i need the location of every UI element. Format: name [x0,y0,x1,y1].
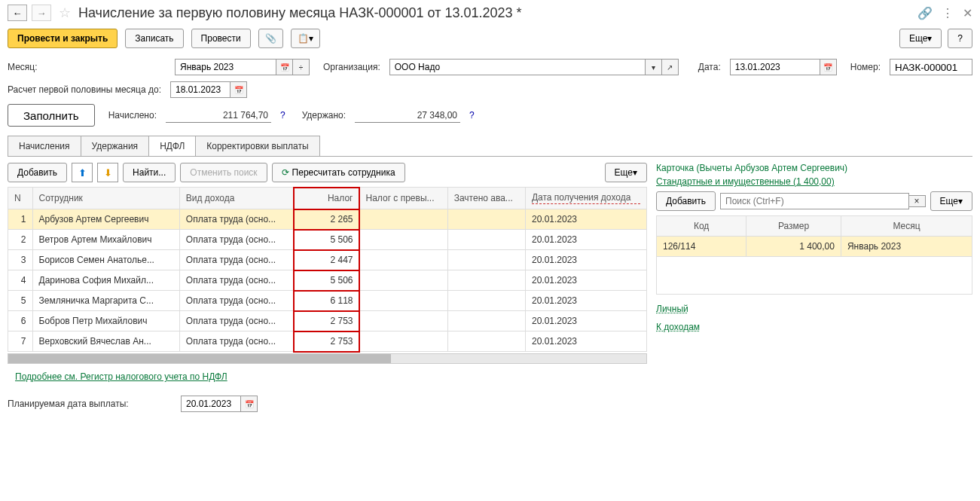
help-button[interactable]: ? [948,29,972,48]
personal-link[interactable]: Личный [656,304,688,314]
favorite-star-icon[interactable]: ☆ [59,5,71,21]
tab-corrections[interactable]: Корректировки выплаты [195,136,319,156]
date-input[interactable] [730,59,820,75]
add-row-button[interactable]: Добавить [8,163,67,182]
right-search-input[interactable] [720,193,909,209]
withheld-help-icon[interactable]: ? [469,110,475,121]
col-size[interactable]: Размер [746,216,841,237]
post-button[interactable]: Провести [191,29,251,48]
calc-until-label: Расчет первой половины месяца до: [8,84,161,95]
org-dropdown-icon[interactable]: ▾ [646,59,662,75]
post-and-close-button[interactable]: Провести и закрыть [8,29,118,48]
planned-date-input[interactable] [181,396,241,412]
kebab-menu-icon[interactable]: ⋮ [942,6,954,20]
table-row[interactable]: 6Бобров Петр МихайловичОплата труда (осн… [8,311,647,331]
col-month[interactable]: Месяц [841,216,972,237]
col-income-type[interactable]: Вид дохода [179,188,294,209]
table-row[interactable]: 3Борисов Семен Анатолье...Оплата труда (… [8,250,647,270]
deductions-table: Код Размер Месяц 126/114 1 400,00 Январь… [656,215,972,295]
org-label: Организация: [323,62,380,72]
report-button[interactable]: 📋▾ [291,29,320,48]
date-label: Дата: [698,62,721,72]
number-label: Номер: [850,62,881,72]
nav-forward-button[interactable]: → [32,5,51,21]
month-input[interactable] [175,59,276,75]
planned-date-label: Планируемая дата выплаты: [8,399,166,409]
table-more-button[interactable]: Еще ▾ [605,163,647,182]
right-more-button[interactable]: Еще ▾ [930,191,972,211]
to-income-link[interactable]: К доходам [656,322,700,332]
nav-back-button[interactable]: ← [8,5,27,21]
recalc-employee-button[interactable]: ⟳Пересчитать сотрудника [272,163,405,182]
col-employee[interactable]: Сотрудник [32,188,179,209]
table-row[interactable]: 4Даринова София Михайл...Оплата труда (о… [8,270,647,291]
table-row[interactable]: 2Ветров Артем МихайловичОплата труда (ос… [8,230,647,250]
accrued-value: 211 764,70 [166,108,271,123]
number-input[interactable] [890,59,972,75]
details-register-link[interactable]: Подробнее см. Регистр налогового учета п… [15,371,227,382]
tab-deductions[interactable]: Удержания [81,136,150,156]
col-tax-excess[interactable]: Налог с превы... [359,188,447,209]
ndfl-table: N Сотрудник Вид дохода Налог Налог с пре… [8,187,647,352]
col-income-date[interactable]: Дата получения дохода [525,188,646,209]
date-calendar-icon[interactable]: 📅 [820,59,837,75]
accrued-label: Начислено: [108,110,157,121]
link-icon[interactable]: 🔗 [917,6,933,20]
clear-search-icon[interactable]: × [909,195,926,207]
calendar-icon[interactable]: 📅 [276,59,293,75]
move-up-button[interactable]: ⬆ [72,163,93,182]
withheld-label: Удержано: [302,110,346,121]
month-label: Месяц: [8,62,166,72]
right-add-button[interactable]: Добавить [656,191,716,211]
find-button[interactable]: Найти... [123,163,176,182]
move-down-button[interactable]: ⬇ [97,163,118,182]
col-credited[interactable]: Зачтено ава... [447,188,525,209]
horizontal-scrollbar[interactable] [8,353,647,364]
refresh-icon: ⟳ [282,167,289,178]
org-open-icon[interactable]: ↗ [662,59,679,75]
calc-until-input[interactable] [170,81,230,98]
more-button[interactable]: Еще ▾ [899,29,942,48]
planned-date-calendar-icon[interactable]: 📅 [241,396,258,412]
withheld-value: 27 348,00 [355,108,460,123]
close-icon[interactable]: ✕ [963,6,972,20]
cancel-search-button[interactable]: Отменить поиск [180,163,267,182]
accrued-help-icon[interactable]: ? [280,110,285,121]
document-title: Начисление за первую половину месяца НАЗ… [78,5,913,21]
attach-button[interactable]: 📎 [258,29,283,48]
card-title: Карточка (Вычеты Арбузов Артем Сергеевич… [656,163,972,173]
deduction-row[interactable]: 126/114 1 400,00 Январь 2023 [657,237,972,257]
month-stepper[interactable]: ÷ [293,59,310,75]
standard-deductions-link[interactable]: Стандартные и имущественные (1 400,00) [656,176,835,187]
tab-accruals[interactable]: Начисления [8,136,81,156]
table-row[interactable]: 7Верховский Вячеслав Ан...Оплата труда (… [8,331,647,352]
col-code[interactable]: Код [657,216,746,237]
table-row[interactable]: 5Земляничка Маргарита С...Оплата труда (… [8,291,647,311]
table-row[interactable]: 1Арбузов Артем СергеевичОплата труда (ос… [8,209,647,230]
col-n[interactable]: N [8,188,33,209]
org-input[interactable] [389,59,646,75]
col-tax[interactable]: Налог [294,188,359,209]
calc-until-calendar-icon[interactable]: 📅 [230,81,247,98]
write-button[interactable]: Записать [125,29,183,48]
tab-ndfl[interactable]: НДФЛ [148,136,196,156]
fill-button[interactable]: Заполнить [8,104,95,127]
